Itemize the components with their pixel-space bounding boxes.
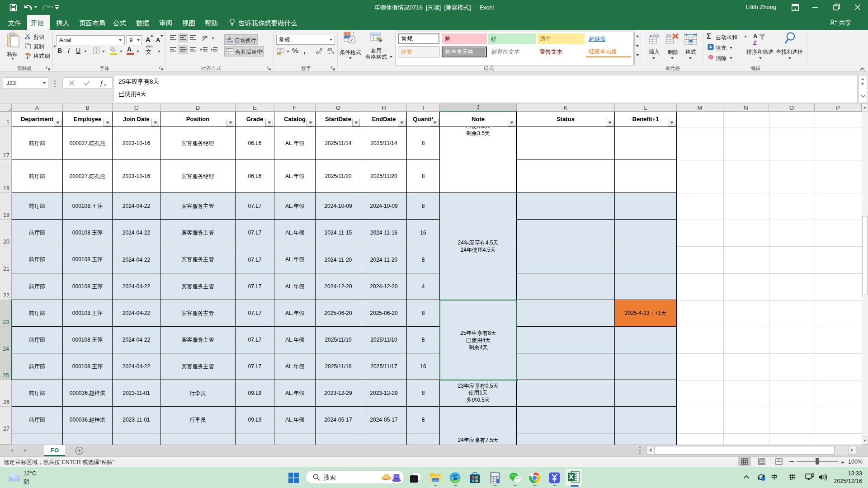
svg-text:.00: .00 (315, 51, 321, 55)
svg-text:f: f (100, 80, 103, 87)
svg-text:A: A (753, 33, 758, 39)
svg-text:ab: ab (202, 35, 207, 39)
svg-text:x: x (104, 82, 106, 87)
svg-text:Z: Z (753, 39, 757, 46)
svg-text:→.0: →.0 (327, 51, 334, 55)
svg-text:ab: ab (226, 37, 231, 41)
svg-text:≠: ≠ (350, 38, 353, 43)
